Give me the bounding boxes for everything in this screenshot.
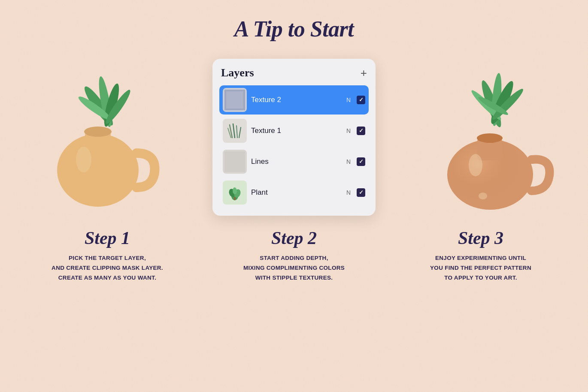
step3-block: Step 3 ENJOY EXPERIMENTING UNTILYOU FIND… [399,228,562,283]
svg-point-32 [469,154,482,176]
step1-block: Step 1 PICK THE TARGET LAYER,AND CREATE … [26,228,189,283]
layer-checkbox-texture2[interactable] [357,96,365,104]
step2-description: START ADDING DEPTH,MIXING COMPLIMENTING … [212,253,376,283]
layer-name-texture2: Texture 2 [251,96,342,104]
layer-thumb-texture1 [223,119,247,143]
layer-thumb-lines [223,150,247,174]
svg-line-15 [239,127,241,138]
svg-point-7 [84,127,112,137]
svg-rect-21 [234,197,236,200]
layer-mode-lines: N [346,158,351,165]
step2-title: Step 2 [212,228,376,248]
layer-checkbox-plant[interactable] [357,188,365,197]
step3-description: ENJOY EXPERIMENTING UNTILYOU FIND THE PE… [399,253,562,283]
svg-line-12 [233,124,235,138]
layer-name-plant: Plant [251,188,342,197]
left-vase-section [26,59,172,213]
layer-checkbox-texture1[interactable] [357,127,365,135]
layer-thumb-plant [223,181,247,205]
layer-row-plant[interactable]: Plant N [219,178,369,207]
step2-block: Step 2 START ADDING DEPTH,MIXING COMPLIM… [212,228,376,283]
layer-row-lines[interactable]: Lines N [219,147,369,176]
svg-point-31 [477,133,503,143]
svg-point-33 [479,193,487,199]
step1-title: Step 1 [26,228,189,248]
layer-checkbox-lines[interactable] [357,157,365,166]
layers-panel-section: Layers + Texture 2 N [210,59,378,216]
layer-row-texture1[interactable]: Texture 1 N [219,116,369,145]
layer-name-lines: Lines [251,157,342,166]
right-vase-illustration [421,59,558,213]
layer-mode-plant: N [346,189,351,196]
svg-rect-10 [226,91,243,109]
layers-panel-title: Layers [221,66,254,79]
layers-header: Layers + [219,66,369,79]
step1-description: PICK THE TARGET LAYER,AND CREATE CLIPPIN… [26,253,189,283]
page-title: A Tip to Start [0,0,588,42]
layer-mode-texture1: N [346,127,351,134]
main-content: Layers + Texture 2 N [0,46,588,216]
add-layer-button[interactable]: + [361,67,367,78]
svg-point-8 [76,147,91,172]
svg-rect-16 [224,151,245,172]
step3-title: Step 3 [399,228,562,248]
steps-section: Step 1 PICK THE TARGET LAYER,AND CREATE … [0,216,588,283]
layers-panel: Layers + Texture 2 N [212,59,376,216]
right-vase-section [416,59,562,213]
svg-line-13 [236,126,237,138]
layer-thumb-texture2 [223,88,247,112]
left-vase-illustration [30,59,167,213]
layer-row-texture2[interactable]: Texture 2 N [219,85,369,115]
layer-mode-texture2: N [346,96,351,103]
layer-name-texture1: Texture 1 [251,127,342,135]
